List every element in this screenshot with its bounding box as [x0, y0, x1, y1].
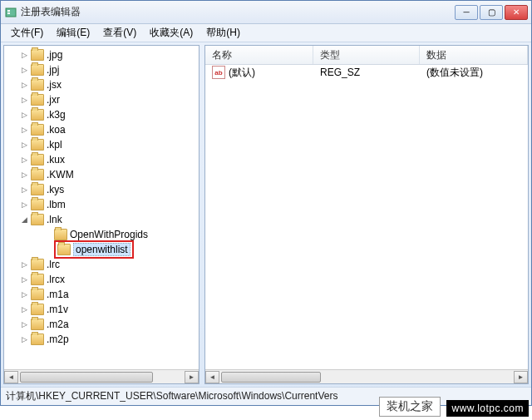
menu-file[interactable]: 文件(F) — [4, 24, 50, 42]
menu-edit[interactable]: 编辑(E) — [50, 24, 96, 42]
expand-icon[interactable]: ▷ — [19, 95, 29, 105]
tree-item[interactable]: ▷.k3g — [19, 107, 199, 122]
expand-icon[interactable]: ▷ — [19, 185, 29, 195]
maximize-button[interactable]: ▢ — [480, 5, 503, 20]
folder-icon — [31, 304, 44, 315]
col-name[interactable]: 名称 — [205, 46, 313, 64]
tree-item[interactable]: ◢.lnk — [19, 212, 199, 227]
tree-item[interactable]: ▷.jpg — [19, 47, 199, 62]
expand-icon[interactable]: ▷ — [19, 259, 29, 269]
expand-icon[interactable]: ▷ — [19, 274, 29, 284]
expand-icon[interactable]: ▷ — [19, 289, 29, 299]
folder-icon — [31, 274, 44, 285]
list-body[interactable]: ab (默认) REG_SZ (数值未设置) — [205, 65, 528, 369]
value-name: (默认) — [229, 66, 255, 80]
tree-item-label: .m2p — [47, 334, 69, 345]
tree-item-label: .kys — [47, 184, 64, 195]
value-data: (数值未设置) — [420, 66, 528, 80]
tree-item[interactable]: ▷.KWM — [19, 167, 199, 182]
menu-view[interactable]: 查看(V) — [96, 24, 143, 42]
tree-item[interactable]: ▷.lrcx — [19, 272, 199, 287]
expand-icon[interactable]: ▷ — [19, 319, 29, 329]
scroll-right-icon[interactable]: ► — [514, 371, 528, 383]
window-title: 注册表编辑器 — [21, 5, 455, 19]
tree-item[interactable]: ▷.jpj — [19, 62, 199, 77]
expand-icon[interactable]: ▷ — [19, 155, 29, 165]
expand-icon[interactable]: ▷ — [19, 125, 29, 135]
close-button[interactable]: ✕ — [505, 5, 528, 20]
tree-item[interactable]: ▷.m1v — [19, 302, 199, 317]
watermark-text: 装机之家 — [379, 397, 441, 417]
col-data[interactable]: 数据 — [420, 46, 528, 64]
menu-favorites[interactable]: 收藏夹(A) — [143, 24, 200, 42]
expand-icon[interactable]: ▷ — [19, 334, 29, 344]
scroll-thumb[interactable] — [221, 372, 321, 383]
tree-item-label: .kux — [47, 154, 65, 166]
menubar: 文件(F) 编辑(E) 查看(V) 收藏夹(A) 帮助(H) — [1, 24, 531, 42]
svg-rect-2 — [7, 12, 10, 14]
tree-item[interactable]: ▷.lrc — [19, 257, 199, 272]
tree-item-label: .kpl — [47, 139, 62, 151]
menu-help[interactable]: 帮助(H) — [200, 24, 247, 42]
tree-item-label: .jsx — [47, 79, 62, 91]
expand-icon[interactable]: ▷ — [19, 65, 29, 75]
tree-item[interactable]: ▷.jxr — [19, 92, 199, 107]
folder-icon — [54, 229, 67, 240]
folder-icon — [31, 184, 44, 195]
expand-icon[interactable]: ▷ — [19, 140, 29, 150]
tree-panel: ▷.jpg▷.jpj▷.jsx▷.jxr▷.k3g▷.koa▷.kpl▷.kux… — [3, 45, 200, 384]
collapse-icon[interactable]: ◢ — [19, 215, 29, 225]
folder-icon — [31, 199, 44, 210]
tree-item-label: .lnk — [47, 214, 62, 225]
folder-icon — [31, 109, 44, 121]
expand-icon[interactable]: ▷ — [19, 50, 29, 60]
expand-icon[interactable]: ▷ — [19, 80, 29, 90]
svg-rect-0 — [6, 8, 16, 17]
folder-icon — [31, 79, 44, 91]
scroll-left-icon[interactable]: ◄ — [205, 371, 219, 383]
folder-icon — [31, 64, 44, 76]
tree-item-label: OpenWithProgids — [70, 229, 148, 240]
tree-hscroll[interactable]: ◄ ► — [4, 369, 199, 383]
tree-item[interactable]: ▷.koa — [19, 122, 199, 137]
col-type[interactable]: 类型 — [313, 46, 420, 64]
tree-item[interactable]: ▷.m2a — [19, 317, 199, 332]
tree-item[interactable]: ▷.m1a — [19, 287, 199, 302]
registry-editor-window: 注册表编辑器 ─ ▢ ✕ 文件(F) 编辑(E) 查看(V) 收藏夹(A) 帮助… — [0, 0, 532, 406]
folder-icon — [31, 124, 44, 136]
folder-icon — [31, 289, 44, 300]
folder-icon — [31, 319, 44, 330]
tree-item-label: .jxr — [47, 94, 60, 106]
tree-item[interactable]: ▷.lbm — [19, 197, 199, 212]
tree-item[interactable]: openwithlist — [19, 242, 199, 257]
scroll-thumb[interactable] — [20, 372, 153, 383]
scroll-left-icon[interactable]: ◄ — [4, 371, 18, 383]
titlebar[interactable]: 注册表编辑器 ─ ▢ ✕ — [1, 1, 531, 24]
tree-item[interactable]: ▷.kpl — [19, 137, 199, 152]
folder-icon — [31, 154, 44, 166]
folder-icon — [31, 214, 44, 225]
status-path: 计算机\HKEY_CURRENT_USER\Software\Microsoft… — [6, 389, 337, 403]
expand-icon[interactable]: ▷ — [19, 200, 29, 210]
tree-item[interactable]: ▷.kux — [19, 152, 199, 167]
tree-item[interactable]: ▷.jsx — [19, 77, 199, 92]
leaf-icon — [42, 230, 52, 240]
app-icon — [4, 6, 17, 19]
folder-icon — [31, 169, 44, 180]
tree-item[interactable]: ▷.kys — [19, 182, 199, 197]
tree-item[interactable]: ▷.m2p — [19, 332, 199, 347]
tree-scroll[interactable]: ▷.jpg▷.jpj▷.jsx▷.jxr▷.k3g▷.koa▷.kpl▷.kux… — [4, 46, 199, 369]
list-hscroll[interactable]: ◄ ► — [205, 369, 528, 383]
tree-item-label: .jpj — [47, 64, 59, 76]
tree-item-label: .m2a — [47, 319, 69, 330]
folder-icon — [31, 334, 44, 345]
expand-icon[interactable]: ▷ — [19, 170, 29, 180]
expand-icon[interactable]: ▷ — [19, 110, 29, 120]
watermark-url: www.lotpc.com — [446, 400, 529, 417]
folder-icon — [31, 94, 44, 106]
list-row[interactable]: ab (默认) REG_SZ (数值未设置) — [205, 65, 528, 80]
value-type: REG_SZ — [313, 67, 420, 78]
scroll-right-icon[interactable]: ► — [185, 371, 199, 383]
minimize-button[interactable]: ─ — [455, 5, 478, 20]
expand-icon[interactable]: ▷ — [19, 304, 29, 314]
